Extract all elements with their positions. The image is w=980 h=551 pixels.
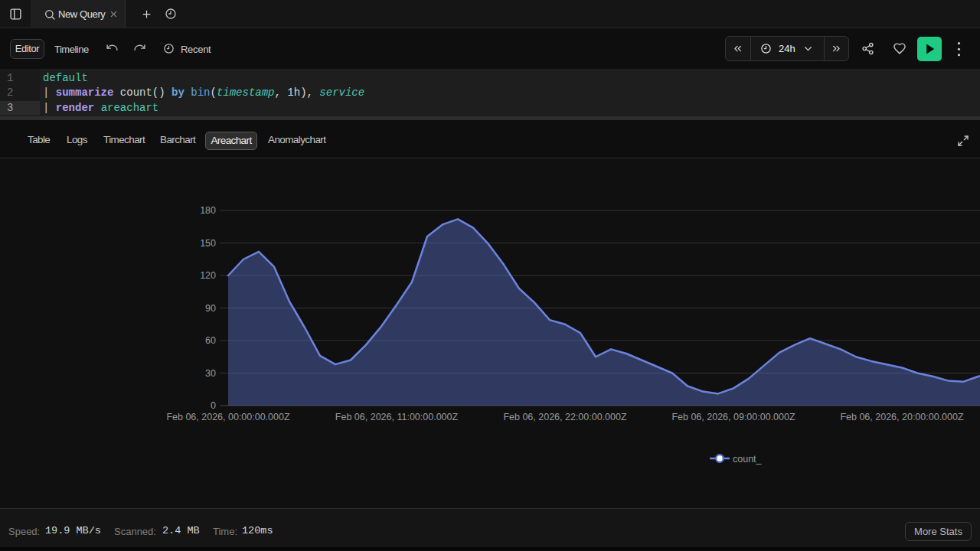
- svg-text:120: 120: [200, 270, 216, 281]
- svg-text:count_: count_: [733, 454, 763, 465]
- svg-text:Feb 06, 2026, 22:00:00.000Z: Feb 06, 2026, 22:00:00.000Z: [503, 412, 627, 422]
- svg-text:0: 0: [211, 400, 216, 411]
- svg-text:Feb 06, 2026, 11:00:00.000Z: Feb 06, 2026, 11:00:00.000Z: [335, 412, 459, 422]
- svg-text:60: 60: [205, 335, 216, 346]
- svg-text:Feb 06, 2026, 00:00:00.000Z: Feb 06, 2026, 00:00:00.000Z: [166, 412, 290, 422]
- svg-text:150: 150: [200, 238, 216, 249]
- svg-text:90: 90: [205, 303, 216, 314]
- svg-text:180: 180: [200, 205, 216, 216]
- svg-text:Feb 06, 2026, 20:00:00.000Z: Feb 06, 2026, 20:00:00.000Z: [840, 412, 964, 422]
- svg-text:30: 30: [205, 368, 216, 379]
- svg-text:Feb 06, 2026, 09:00:00.000Z: Feb 06, 2026, 09:00:00.000Z: [671, 412, 795, 422]
